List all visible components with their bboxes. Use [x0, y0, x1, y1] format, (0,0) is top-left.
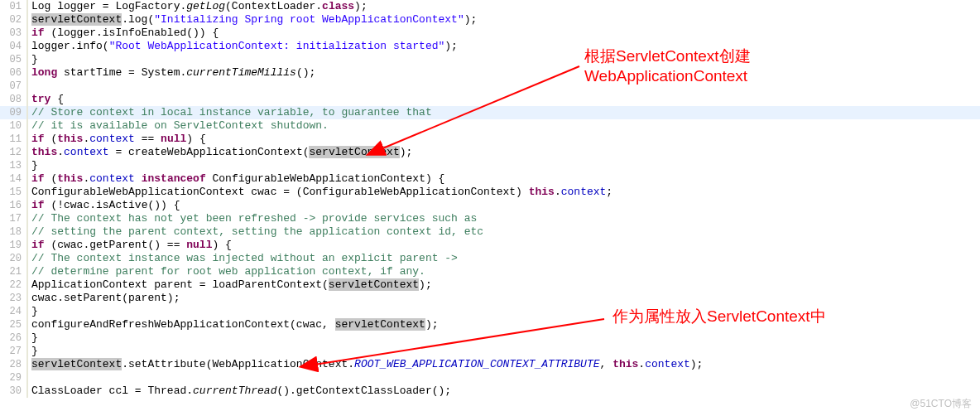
- token: ROOT_WEB_APPLICATION_CONTEXT_ATTRIBUTE: [354, 358, 599, 370]
- code-editor[interactable]: 01 Log logger = LogFactory.getLog(Contex…: [0, 0, 980, 398]
- code-line[interactable]: 20 // The context instance was injected …: [0, 252, 980, 265]
- gutter-border: [26, 225, 28, 239]
- code-line[interactable]: 09 // Store context in local instance va…: [0, 106, 980, 119]
- code-content[interactable]: [31, 80, 980, 93]
- code-content[interactable]: }: [31, 159, 980, 172]
- code-content[interactable]: servletContext.setAttribute(WebApplicati…: [31, 358, 980, 371]
- gutter-border: [26, 358, 28, 371]
- code-line[interactable]: 27 }: [0, 345, 980, 358]
- line-number: 09: [0, 106, 26, 119]
- gutter-border: [26, 318, 28, 331]
- token: }: [31, 159, 38, 172]
- code-line[interactable]: 04 logger.info("Root WebApplicationConte…: [0, 40, 980, 53]
- token: ,: [600, 358, 613, 370]
- code-line[interactable]: 02 servletContext.log("Initializing Spri…: [0, 13, 980, 27]
- gutter-border: [26, 345, 28, 358]
- token: // Store context in local instance varia…: [31, 106, 432, 119]
- code-line[interactable]: 28 servletContext.setAttribute(WebApplic…: [0, 358, 980, 371]
- line-number: 04: [0, 40, 26, 53]
- code-line[interactable]: 25 configureAndRefreshWebApplicationCont…: [0, 318, 980, 331]
- code-content[interactable]: }: [31, 345, 980, 358]
- code-content[interactable]: }: [31, 305, 980, 318]
- code-line[interactable]: 01 Log logger = LogFactory.getLog(Contex…: [0, 0, 980, 13]
- line-number: 05: [0, 53, 26, 66]
- code-content[interactable]: // The context instance was injected wit…: [31, 252, 980, 265]
- code-content[interactable]: // Store context in local instance varia…: [31, 106, 980, 119]
- gutter-border: [26, 159, 28, 172]
- gutter-border: [26, 93, 28, 106]
- code-line[interactable]: 22 ApplicationContext parent = loadParen…: [0, 278, 980, 292]
- token: (ContextLoader.: [225, 0, 322, 12]
- code-content[interactable]: cwac.setParent(parent);: [31, 292, 980, 305]
- code-line[interactable]: 10 // it is available on ServletContext …: [0, 119, 980, 133]
- code-line[interactable]: 13 }: [0, 159, 980, 172]
- code-content[interactable]: if (logger.isInfoEnabled()) {: [31, 27, 980, 40]
- code-content[interactable]: long startTime = System.currentTimeMilli…: [31, 66, 980, 80]
- code-content[interactable]: ClassLoader ccl = Thread.currentThread()…: [31, 385, 980, 398]
- code-content[interactable]: [31, 371, 980, 385]
- gutter-border: [26, 252, 28, 265]
- code-content[interactable]: logger.info("Root WebApplicationContext:…: [31, 40, 980, 53]
- token: = createWebApplicationContext(: [109, 146, 310, 158]
- code-content[interactable]: this.context = createWebApplicationConte…: [31, 146, 980, 159]
- code-content[interactable]: servletContext.log("Initializing Spring …: [31, 13, 980, 27]
- watermark: @51CTO博客: [910, 397, 972, 411]
- code-line[interactable]: 05 }: [0, 53, 980, 66]
- gutter-border: [26, 331, 28, 345]
- token: configureAndRefreshWebApplicationContext…: [31, 318, 335, 331]
- code-content[interactable]: if (this.context instanceof Configurable…: [31, 172, 980, 186]
- gutter-border: [26, 212, 28, 225]
- code-line[interactable]: 11 if (this.context == null) {: [0, 133, 980, 146]
- code-line[interactable]: 23 cwac.setParent(parent);: [0, 292, 980, 305]
- token: .log(: [122, 13, 154, 26]
- token: // setting the parent context, setting t…: [31, 225, 483, 238]
- gutter-border: [26, 27, 28, 40]
- code-content[interactable]: configureAndRefreshWebApplicationContext…: [31, 318, 980, 331]
- code-line[interactable]: 14 if (this.context instanceof Configura…: [0, 172, 980, 186]
- code-line[interactable]: 17 // The context has not yet been refre…: [0, 212, 980, 225]
- gutter-border: [26, 305, 28, 318]
- code-content[interactable]: if (!cwac.isActive()) {: [31, 199, 980, 212]
- code-content[interactable]: }: [31, 331, 980, 345]
- line-number: 30: [0, 385, 26, 398]
- token: this: [57, 172, 83, 185]
- gutter-border: [26, 106, 28, 119]
- code-line[interactable]: 08 try {: [0, 93, 980, 106]
- code-line[interactable]: 18 // setting the parent context, settin…: [0, 225, 980, 239]
- code-line[interactable]: 15 ConfigurableWebApplicationContext cwa…: [0, 186, 980, 199]
- code-content[interactable]: Log logger = LogFactory.getLog(ContextLo…: [31, 0, 980, 13]
- code-content[interactable]: try {: [31, 93, 980, 106]
- code-content[interactable]: // determine parent for root web applica…: [31, 265, 980, 278]
- token: Log logger = LogFactory.: [31, 0, 186, 12]
- code-content[interactable]: }: [31, 53, 980, 66]
- line-number: 07: [0, 80, 26, 93]
- annotation-set-attribute: 作为属性放入ServletContext中: [612, 307, 826, 327]
- line-number: 12: [0, 146, 26, 159]
- code-line[interactable]: 24 }: [0, 305, 980, 318]
- code-content[interactable]: ApplicationContext parent = loadParentCo…: [31, 278, 980, 292]
- code-content[interactable]: // The context has not yet been refreshe…: [31, 212, 980, 225]
- token: .: [638, 358, 645, 370]
- token: (logger.isInfoEnabled()) {: [45, 27, 219, 39]
- token: // it is available on ServletContext shu…: [31, 119, 329, 132]
- code-line[interactable]: 12 this.context = createWebApplicationCo…: [0, 146, 980, 159]
- code-line[interactable]: 06 long startTime = System.currentTimeMi…: [0, 66, 980, 80]
- code-content[interactable]: ConfigurableWebApplicationContext cwac =…: [31, 186, 980, 199]
- code-content[interactable]: // setting the parent context, setting t…: [31, 225, 980, 239]
- code-line[interactable]: 16 if (!cwac.isActive()) {: [0, 199, 980, 212]
- code-line[interactable]: 29: [0, 371, 980, 385]
- code-content[interactable]: if (this.context == null) {: [31, 133, 980, 146]
- code-line[interactable]: 19 if (cwac.getParent() == null) {: [0, 239, 980, 252]
- token: null: [186, 239, 212, 251]
- gutter-border: [26, 146, 28, 159]
- code-line[interactable]: 30 ClassLoader ccl = Thread.currentThrea…: [0, 385, 980, 398]
- code-line[interactable]: 03 if (logger.isInfoEnabled()) {: [0, 27, 980, 40]
- token: );: [690, 358, 704, 370]
- code-line[interactable]: 07: [0, 80, 980, 93]
- code-content[interactable]: if (cwac.getParent() == null) {: [31, 239, 980, 252]
- code-line[interactable]: 26 }: [0, 331, 980, 345]
- code-content[interactable]: // it is available on ServletContext shu…: [31, 119, 980, 133]
- code-line[interactable]: 21 // determine parent for root web appl…: [0, 265, 980, 278]
- token: context: [89, 133, 135, 145]
- gutter-border: [26, 80, 28, 93]
